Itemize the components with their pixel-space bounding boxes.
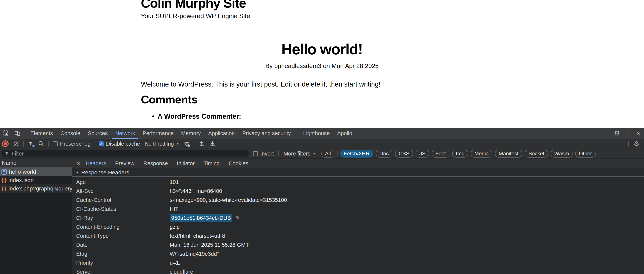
- disable-cache-label[interactable]: Disable cache: [106, 141, 140, 147]
- chip-socket[interactable]: Socket: [525, 150, 548, 158]
- header-value: Mon, 16 Jun 2025 11:55:28 GMT: [170, 242, 249, 248]
- response-headers-list: Age 101 Alt-Svc h3=":443"; ma=86400 Cach…: [72, 177, 644, 274]
- collapse-triangle-icon: ▼: [76, 170, 79, 175]
- divider: [337, 151, 338, 156]
- tab-privacy-and-security[interactable]: Privacy and security: [238, 128, 295, 139]
- header-name: Alt-Svc: [76, 188, 170, 194]
- tab-elements[interactable]: Elements: [26, 128, 57, 139]
- header-row-cache-control: Cache-Control s-maxage=900, stale-while-…: [72, 196, 644, 205]
- json-icon: {:}: [2, 177, 6, 183]
- detail-tab-cookies[interactable]: Cookies: [224, 159, 253, 168]
- divider: [95, 141, 95, 147]
- record-network-log-icon[interactable]: [2, 140, 8, 147]
- export-har-icon[interactable]: [210, 141, 216, 147]
- tab-application[interactable]: Application: [204, 128, 238, 139]
- tab-network[interactable]: Network: [112, 128, 139, 139]
- header-row-etag: Etag W/"isa1mq419e3dd": [72, 249, 644, 258]
- site-tagline: Your SUPER-powered WP Engine Site: [141, 12, 250, 20]
- detail-tab-response[interactable]: Response: [139, 159, 172, 168]
- search-icon[interactable]: [38, 141, 44, 147]
- filter-input[interactable]: Filter: [2, 150, 249, 157]
- divider: [278, 151, 279, 156]
- throttling-select[interactable]: No throttling ▾: [145, 141, 178, 147]
- invert-label[interactable]: Invert: [260, 151, 274, 157]
- settings-gear-icon[interactable]: ⚙: [614, 130, 620, 137]
- device-toolbar-icon[interactable]: [14, 130, 21, 137]
- detail-tab-initiator[interactable]: Initiator: [172, 159, 199, 168]
- network-settings-gear-icon[interactable]: ⚙: [634, 140, 640, 147]
- response-headers-section-header[interactable]: ▼ Response Headers: [72, 168, 644, 177]
- header-name: Cache-Control: [76, 197, 170, 203]
- request-name: index.json: [8, 177, 34, 183]
- more-filters-label: More filters: [284, 151, 310, 157]
- detail-tab-headers[interactable]: Headers: [81, 159, 111, 168]
- header-value: u=1,i: [170, 260, 182, 266]
- filter-funnel-icon[interactable]: [28, 141, 34, 147]
- json-icon: {:}: [2, 186, 6, 192]
- chip-other[interactable]: Other: [575, 150, 596, 158]
- devtools-tab-bar: Elements Console Sources Network Perform…: [0, 128, 644, 139]
- request-row-index-json[interactable]: {:} index.json: [0, 176, 72, 184]
- detail-tab-bar: × Headers Preview Response Initiator Tim…: [72, 159, 644, 168]
- kebab-menu-icon[interactable]: ⋮: [625, 130, 631, 137]
- close-detail-icon[interactable]: ×: [76, 160, 80, 167]
- header-name: Server: [76, 269, 170, 274]
- clear-network-log-icon[interactable]: ⊘: [13, 140, 19, 147]
- preserve-log-label[interactable]: Preserve log: [60, 141, 90, 147]
- comment-list-item: A WordPress Commenter:: [152, 112, 241, 120]
- chip-css[interactable]: CSS: [395, 150, 413, 158]
- preserve-log-checkbox[interactable]: [53, 141, 58, 146]
- chip-font[interactable]: Font: [432, 150, 450, 158]
- chip-doc[interactable]: Doc: [376, 150, 392, 158]
- divider: [25, 131, 25, 136]
- chip-media[interactable]: Media: [471, 150, 492, 158]
- header-value: h3=":443"; ma=86400: [170, 188, 222, 194]
- tab-console[interactable]: Console: [57, 128, 84, 139]
- tab-performance[interactable]: Performance: [139, 128, 177, 139]
- divider: [628, 141, 629, 147]
- chip-wasm[interactable]: Wasm: [551, 150, 572, 158]
- network-conditions-icon[interactable]: [183, 141, 191, 147]
- site-title: Colin Murphy Site: [141, 0, 246, 10]
- more-filters-dropdown[interactable]: More filters ▾: [284, 151, 315, 157]
- chip-fetch-xhr[interactable]: Fetch/XHR: [340, 150, 373, 158]
- import-har-icon[interactable]: [199, 141, 205, 147]
- chip-js[interactable]: JS: [416, 150, 429, 158]
- network-toolbar: ⊘ Preserve log ✓ Disable cache No thrott…: [0, 139, 644, 149]
- detail-tab-timing[interactable]: Timing: [199, 159, 224, 168]
- edit-pencil-icon[interactable]: ✎: [235, 215, 240, 222]
- request-name: hello-world: [9, 169, 36, 175]
- filter-input-funnel-icon: [4, 151, 9, 156]
- tab-lighthouse[interactable]: Lighthouse: [299, 128, 334, 139]
- detail-tab-preview[interactable]: Preview: [110, 159, 139, 168]
- close-devtools-icon[interactable]: ×: [636, 130, 640, 137]
- header-name: Cf-Ray: [76, 215, 170, 221]
- chip-img[interactable]: Img: [452, 150, 468, 158]
- invert-checkbox[interactable]: [253, 151, 258, 156]
- header-row-alt-svc: Alt-Svc h3=":443"; ma=86400: [72, 187, 644, 196]
- comments-heading: Comments: [141, 93, 198, 106]
- tab-apollo[interactable]: Apollo: [334, 128, 356, 139]
- header-row-content-encoding: Content-Encoding gzip: [72, 222, 644, 231]
- chip-all[interactable]: All: [322, 150, 334, 158]
- chip-manifest[interactable]: Manifest: [495, 150, 522, 158]
- divider: [48, 141, 49, 147]
- request-row-hello-world[interactable]: hello-world: [0, 167, 72, 176]
- request-type-chips: All Fetch/XHR Doc CSS JS Font Img Media …: [322, 150, 596, 158]
- tab-memory[interactable]: Memory: [177, 128, 204, 139]
- webpage-content: Colin Murphy Site Your SUPER-powered WP …: [0, 0, 644, 128]
- post-body: Welcome to WordPress. This is your first…: [141, 80, 380, 88]
- disable-cache-checkbox[interactable]: ✓: [99, 141, 104, 146]
- highlighted-header-value[interactable]: 950a1e51f86434cb-DUB: [170, 214, 232, 222]
- request-row-index-php-graphql[interactable]: {:} index.php?graphql&query=q...: [0, 184, 72, 193]
- header-row-content-type: Content-Type text/html; charset=utf-8: [72, 231, 644, 240]
- header-value: W/"isa1mq419e3dd": [170, 251, 219, 257]
- name-column-header[interactable]: Name: [0, 159, 72, 167]
- header-row-cf-cache-status: Cf-Cache-Status HIT: [72, 205, 644, 214]
- tab-sources[interactable]: Sources: [84, 128, 111, 139]
- header-name: Age: [76, 179, 170, 185]
- inspect-element-icon[interactable]: [2, 130, 9, 137]
- request-name: index.php?graphql&query=q...: [8, 185, 72, 192]
- header-name: Priority: [76, 260, 170, 266]
- header-value: cloudflare: [170, 269, 193, 274]
